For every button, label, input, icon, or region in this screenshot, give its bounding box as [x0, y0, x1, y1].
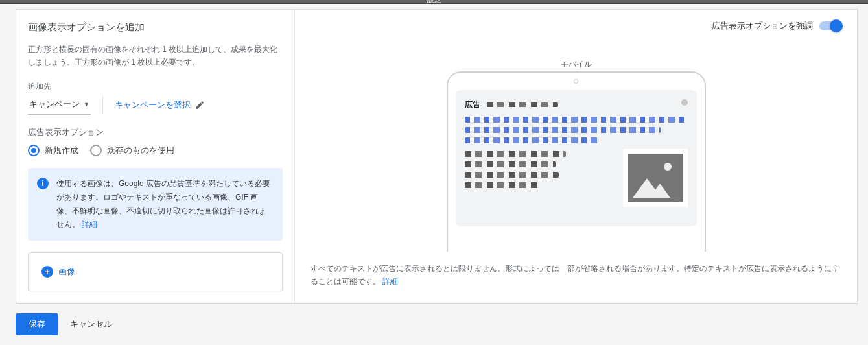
info-details-link[interactable]: 詳細	[82, 220, 97, 229]
ad-lower-text	[465, 149, 616, 207]
info-box: i 使用する画像は、Google 広告の品質基準を満たしている必要があります。ロ…	[28, 168, 283, 241]
blur-text	[465, 151, 567, 157]
blur-text	[465, 182, 541, 188]
plus-icon: +	[41, 266, 53, 278]
image-placeholder-icon	[628, 154, 683, 202]
blur-headline	[465, 117, 688, 123]
preview-label: モバイル	[447, 59, 706, 70]
radio-icon	[90, 145, 102, 156]
target-dropdown[interactable]: キャンペーン ▼	[28, 96, 91, 115]
blur-text	[465, 161, 556, 167]
top-bar-label: 設定	[427, 0, 441, 5]
emphasize-label: 広告表示オプションを強調	[712, 20, 813, 32]
blur-headline	[465, 127, 661, 133]
ad-preview-card: 広告	[456, 90, 697, 226]
radio-existing[interactable]: 既存のものを使用	[90, 145, 174, 156]
main-card: 画像表示オプションを追加 正方形と横長の固有の画像をそれぞれ 1 枚以上追加して…	[16, 9, 858, 304]
ad-head: 広告	[465, 99, 688, 110]
blur-headline	[465, 137, 598, 143]
emphasize-row: 広告表示オプションを強調	[712, 20, 841, 32]
radio-new-label: 新規作成	[45, 145, 78, 156]
save-button[interactable]: 保存	[16, 313, 58, 335]
target-dropdown-value: キャンペーン	[29, 99, 80, 110]
select-campaign-label: キャンペーンを選択	[115, 99, 191, 111]
separator	[102, 96, 103, 114]
toggle-knob	[830, 19, 843, 32]
image-add-box: + 画像	[28, 252, 283, 291]
ad-info-icon	[681, 99, 688, 106]
cancel-button[interactable]: キャンセル	[70, 318, 112, 330]
target-row: キャンペーン ▼ キャンペーンを選択	[28, 96, 283, 115]
radio-group: 新規作成 既存のものを使用	[28, 145, 283, 156]
info-text: 使用する画像は、Google 広告の品質基準を満たしている必要があります。ロゴや…	[56, 177, 274, 232]
page-description: 正方形と横長の固有の画像をそれぞれ 1 枚以上追加して、成果を最大化しましょう。…	[28, 43, 283, 69]
top-bar: 設定	[0, 0, 868, 4]
emphasize-toggle[interactable]	[819, 21, 841, 30]
info-icon: i	[37, 178, 49, 189]
disclaimer: すべてのテキストが広告に表示されるとは限りません。形式によっては一部が省略される…	[311, 262, 841, 289]
ad-label: 広告	[465, 99, 480, 110]
disclaimer-link[interactable]: 詳細	[382, 277, 398, 286]
radio-new[interactable]: 新規作成	[28, 145, 78, 156]
select-campaign-button[interactable]: キャンペーンを選択	[115, 99, 205, 111]
blur-text	[487, 102, 558, 107]
add-image-button[interactable]: + 画像	[41, 266, 75, 278]
radio-icon	[28, 145, 40, 156]
target-label: 追加先	[28, 81, 283, 92]
page-title: 画像表示オプションを追加	[28, 21, 283, 34]
phone-camera-icon	[574, 79, 578, 84]
phone-preview: 広告	[447, 71, 706, 252]
ad-lower	[465, 149, 688, 207]
extension-label: 広告表示オプション	[28, 126, 283, 138]
left-pane: 画像表示オプションを追加 正方形と横長の固有の画像をそれぞれ 1 枚以上追加して…	[16, 10, 295, 303]
pencil-icon	[194, 100, 205, 110]
right-pane: 広告表示オプションを強調 モバイル 広告	[295, 10, 857, 303]
radio-existing-label: 既存のものを使用	[107, 145, 174, 156]
blur-text	[465, 172, 559, 178]
chevron-down-icon: ▼	[84, 101, 89, 108]
image-placeholder	[623, 149, 688, 207]
footer: 保存 キャンセル	[0, 304, 868, 344]
add-image-label: 画像	[58, 266, 75, 278]
